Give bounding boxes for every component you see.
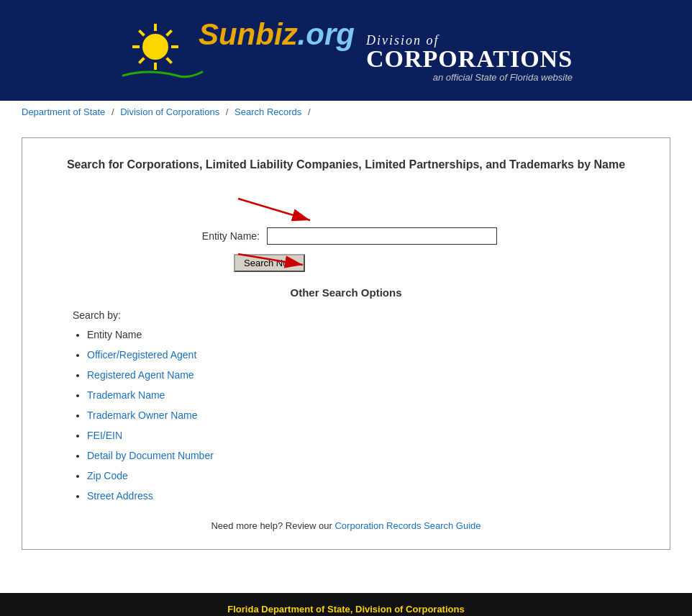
list-item-label: Entity Name: [87, 329, 142, 340]
division-of-label: Division of: [366, 34, 573, 47]
list-item: Registered Agent Name: [87, 365, 648, 385]
search-button-area: Search Now: [166, 250, 526, 272]
help-link[interactable]: Corporation Records Search Guide: [334, 520, 481, 531]
breadcrumb-sep-1: /: [111, 107, 117, 117]
footer-text: Florida Department of State, Division of…: [227, 604, 464, 615]
sunbiz-logo-graphic: [119, 14, 206, 86]
svg-line-12: [238, 254, 303, 265]
list-item: Zip Code: [87, 466, 648, 486]
list-item: Street Address: [87, 486, 648, 506]
list-item: Detail by Document Number: [87, 445, 648, 466]
header-text-group: Sunbiz .org Division of Corporations an …: [199, 19, 573, 82]
logo-area: Sunbiz .org Division of Corporations an …: [14, 14, 678, 86]
list-item: Trademark Name: [87, 385, 648, 405]
official-label: an official State of Florida website: [366, 73, 573, 82]
site-footer: Florida Department of State, Division of…: [0, 593, 692, 616]
arrow-to-input: [217, 191, 332, 227]
svg-line-10: [238, 199, 310, 220]
search-box: Search for Corporations, Limited Liabili…: [22, 137, 670, 550]
svg-line-3: [167, 58, 172, 63]
list-item-link[interactable]: Registered Agent Name: [87, 369, 194, 381]
list-item-link[interactable]: Zip Code: [87, 470, 128, 481]
entity-name-label: Entity Name:: [195, 230, 260, 242]
page-wrapper: Sunbiz .org Division of Corporations an …: [0, 0, 692, 616]
main-content: Search for Corporations, Limited Liabili…: [0, 123, 692, 571]
list-item-link[interactable]: Officer/Registered Agent: [87, 349, 196, 361]
help-text-label: Need more help? Review our: [211, 520, 332, 531]
search-by-label: Search by:: [73, 309, 648, 321]
breadcrumb: Department of State / Division of Corpor…: [0, 101, 692, 123]
list-item: FEI/EIN: [87, 425, 648, 445]
arrow-area-1: [166, 191, 526, 227]
list-item-link[interactable]: Street Address: [87, 490, 153, 502]
search-form: Entity Name: Search Now: [44, 191, 648, 272]
help-text: Need more help? Review our Corporation R…: [44, 520, 648, 531]
other-options-title: Other Search Options: [44, 286, 648, 299]
svg-line-5: [139, 58, 144, 63]
search-list: Entity Name Officer/Registered Agent Reg…: [87, 325, 648, 506]
svg-line-7: [139, 30, 144, 35]
entity-name-row: Entity Name:: [195, 227, 497, 245]
list-item: Entity Name: [87, 325, 648, 345]
breadcrumb-dept-state[interactable]: Department of State: [22, 107, 105, 117]
list-item-link[interactable]: Detail by Document Number: [87, 450, 214, 461]
org-label: .org: [298, 19, 355, 50]
list-item-link[interactable]: Trademark Owner Name: [87, 409, 198, 421]
breadcrumb-sep-3: /: [308, 107, 311, 117]
svg-point-8: [142, 34, 168, 60]
breadcrumb-search-records[interactable]: Search Records: [235, 107, 301, 117]
search-title: Search for Corporations, Limited Liabili…: [44, 156, 648, 173]
svg-line-1: [167, 30, 172, 35]
breadcrumb-sep-2: /: [226, 107, 231, 117]
arrow-to-button: [231, 247, 317, 272]
entity-name-input[interactable]: [267, 227, 497, 245]
corporations-label: Corporations: [366, 47, 573, 71]
site-header: Sunbiz .org Division of Corporations an …: [0, 0, 692, 101]
list-item-link[interactable]: Trademark Name: [87, 389, 165, 401]
sunbiz-label: Sunbiz: [199, 19, 298, 50]
list-item-link[interactable]: FEI/EIN: [87, 430, 122, 441]
breadcrumb-div-corps[interactable]: Division of Corporations: [120, 107, 219, 117]
list-item: Trademark Owner Name: [87, 405, 648, 425]
list-item: Officer/Registered Agent: [87, 345, 648, 365]
